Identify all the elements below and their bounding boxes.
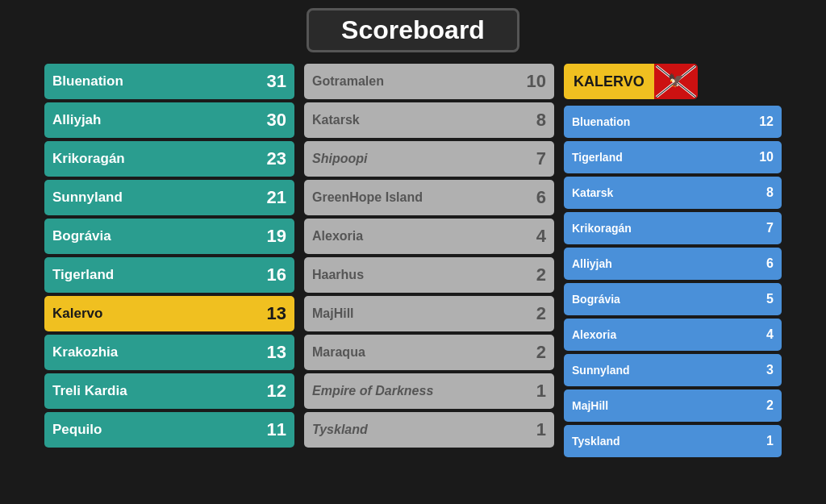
mid-row-2: Shipoopi7 [304, 141, 554, 177]
mid-row-name-8: Empire of Darkness [312, 384, 433, 398]
mid-row-8: Empire of Darkness1 [304, 373, 554, 409]
left-row-4: Bográvia19 [44, 219, 294, 254]
right-row-score-6: 4 [766, 327, 774, 342]
right-row-3: Krikoragán7 [564, 212, 782, 244]
left-row-score-6: 13 [267, 303, 286, 324]
left-row-score-4: 19 [267, 226, 286, 247]
right-row-2: Katarsk8 [564, 177, 782, 209]
left-row-score-2: 23 [267, 148, 286, 169]
right-row-name-9: Tyskland [572, 435, 620, 448]
left-row-score-3: 21 [267, 187, 286, 208]
mid-row-name-1: Katarsk [312, 113, 360, 127]
right-row-name-6: Alexoria [572, 328, 616, 341]
right-row-score-7: 3 [766, 363, 774, 377]
right-row-name-8: MajHill [572, 399, 608, 412]
right-row-score-1: 10 [759, 150, 774, 165]
right-row-name-3: Krikoragán [572, 222, 632, 235]
right-column: KALERVO 🦅 Bluenation12Tigerland10Katarsk… [564, 64, 782, 457]
mid-row-name-6: MajHill [312, 306, 354, 321]
mid-row-name-4: Alexoria [312, 229, 363, 244]
left-row-8: Treli Kardia12 [44, 373, 294, 409]
mid-row-score-0: 10 [527, 71, 546, 92]
mid-row-score-3: 6 [536, 187, 546, 208]
left-row-0: Bluenation31 [44, 64, 294, 99]
right-row-score-4: 6 [766, 256, 774, 271]
right-row-name-5: Bográvia [572, 293, 620, 306]
mid-row-name-2: Shipoopi [312, 152, 367, 166]
right-row-score-5: 5 [766, 292, 774, 306]
mid-row-score-5: 2 [536, 264, 546, 285]
left-row-score-0: 31 [267, 71, 286, 92]
left-row-5: Tigerland16 [44, 257, 294, 293]
left-row-3: Sunnyland21 [44, 180, 294, 215]
mid-row-4: Alexoria4 [304, 219, 554, 254]
right-row-name-2: Katarsk [572, 186, 613, 199]
mid-column: Gotramalen10Katarsk8Shipoopi7GreenHope I… [304, 64, 554, 457]
left-row-2: Krikoragán23 [44, 141, 294, 177]
right-row-5: Bográvia5 [564, 283, 782, 315]
left-row-score-7: 13 [267, 342, 286, 363]
mid-row-name-7: Maraqua [312, 345, 365, 360]
mid-row-name-3: GreenHope Island [312, 190, 423, 205]
kalervo-header: KALERVO 🦅 [564, 64, 782, 99]
mid-row-0: Gotramalen10 [304, 64, 554, 99]
left-row-name-7: Krakozhia [52, 344, 118, 360]
right-row-8: MajHill2 [564, 389, 782, 422]
left-row-name-3: Sunnyland [52, 190, 123, 206]
scoreboard-title: Scoreboard [341, 15, 485, 45]
right-row-1: Tigerland10 [564, 141, 782, 173]
right-row-score-8: 2 [766, 398, 774, 413]
mid-row-6: MajHill2 [304, 296, 554, 331]
left-row-7: Krakozhia13 [44, 335, 294, 370]
right-row-name-7: Sunnyland [572, 364, 630, 377]
right-row-score-3: 7 [766, 221, 774, 235]
left-row-name-9: Pequilo [52, 422, 102, 438]
right-row-score-9: 1 [766, 434, 774, 448]
mid-row-score-2: 7 [536, 148, 546, 169]
right-row-6: Alexoria4 [564, 319, 782, 351]
left-row-9: Pequilo11 [44, 412, 294, 448]
mid-row-name-9: Tyskland [312, 423, 368, 437]
mid-row-name-5: Haarhus [312, 268, 364, 282]
kalervo-label: KALERVO [564, 64, 654, 99]
left-row-name-0: Bluenation [52, 73, 123, 90]
right-row-name-4: Alliyjah [572, 257, 612, 270]
mid-row-score-6: 2 [536, 303, 546, 324]
left-row-score-8: 12 [267, 381, 286, 402]
left-row-name-6: Kalervo [52, 306, 102, 322]
svg-text:🦅: 🦅 [668, 73, 684, 88]
right-row-7: Sunnyland3 [564, 354, 782, 386]
kalervo-flag: 🦅 [654, 64, 698, 99]
right-row-score-0: 12 [759, 115, 774, 129]
mid-row-3: GreenHope Island6 [304, 180, 554, 215]
right-row-0: Bluenation12 [564, 106, 782, 138]
mid-row-1: Katarsk8 [304, 102, 554, 138]
left-row-name-4: Bográvia [52, 228, 111, 244]
left-row-name-1: Alliyjah [52, 112, 101, 128]
mid-row-name-0: Gotramalen [312, 74, 384, 89]
mid-row-score-9: 1 [536, 419, 546, 440]
mid-row-score-4: 4 [536, 226, 546, 247]
mid-row-score-8: 1 [536, 381, 546, 402]
left-row-name-5: Tigerland [52, 267, 114, 283]
left-row-score-1: 30 [267, 110, 286, 131]
right-row-name-1: Tigerland [572, 151, 623, 164]
mid-row-5: Haarhus2 [304, 257, 554, 293]
mid-row-7: Maraqua2 [304, 335, 554, 370]
main-content: Bluenation31Alliyjah30Krikoragán23Sunnyl… [8, 64, 818, 457]
mid-row-score-1: 8 [536, 110, 546, 131]
mid-row-score-7: 2 [536, 342, 546, 363]
right-row-9: Tyskland1 [564, 425, 782, 457]
right-row-score-2: 8 [766, 185, 774, 200]
left-row-1: Alliyjah30 [44, 102, 294, 138]
right-row-4: Alliyjah6 [564, 248, 782, 280]
left-column: Bluenation31Alliyjah30Krikoragán23Sunnyl… [44, 64, 294, 457]
title-box: Scoreboard [307, 8, 519, 52]
left-row-6: Kalervo13 [44, 296, 294, 331]
right-row-name-0: Bluenation [572, 115, 630, 128]
left-row-score-9: 11 [267, 419, 286, 440]
mid-row-9: Tyskland1 [304, 412, 554, 448]
left-row-name-2: Krikoragán [52, 151, 125, 167]
left-row-name-8: Treli Kardia [52, 383, 127, 399]
left-row-score-5: 16 [267, 264, 286, 285]
